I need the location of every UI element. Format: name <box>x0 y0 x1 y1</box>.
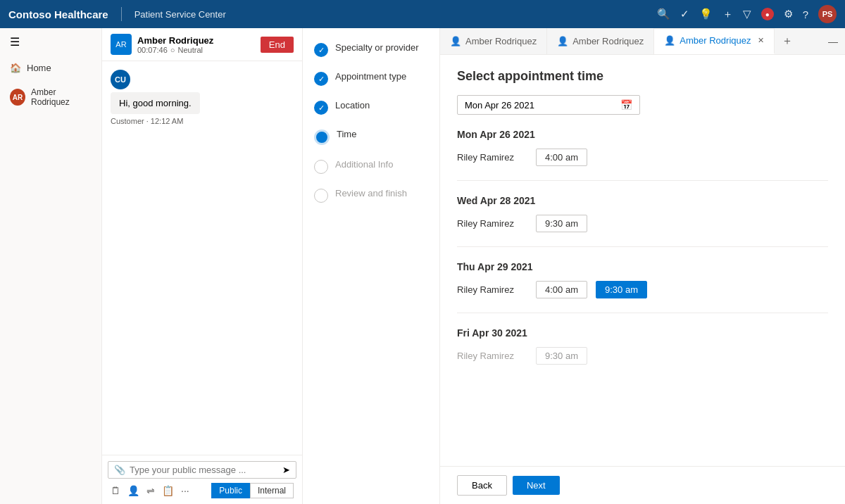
provider-row-fri: Riley Ramirez 9:30 am <box>457 347 828 365</box>
tab-amber-3[interactable]: 👤 Amber Rodriquez ✕ <box>654 28 775 54</box>
chat-panel: AR Amber Rodriquez 00:07:46 ○ Neutral En… <box>102 28 303 504</box>
calendar-icon[interactable]: 📅 <box>620 99 632 111</box>
step-circle-additional-info <box>314 160 328 174</box>
tab-icon-1: 👤 <box>450 36 461 46</box>
provider-name-thu: Riley Ramirez <box>457 284 527 295</box>
step-time: Time <box>314 129 428 145</box>
step-circle-appointment-type: ✓ <box>314 72 328 86</box>
chat-toolbar: 🗒 👤 ⇌ 📋 ··· Public Internal <box>108 479 296 498</box>
hamburger-menu[interactable]: ☰ <box>0 28 101 56</box>
send-icon[interactable]: ➤ <box>282 465 290 475</box>
provider-name-mon: Riley Ramirez <box>457 152 527 163</box>
appointment-title: Select appointment time <box>457 69 828 84</box>
timer-text: 00:07:46 <box>137 46 168 54</box>
status-text: Neutral <box>177 46 202 54</box>
toolbar-btn-1[interactable]: 🗒 <box>111 485 120 496</box>
toggle-internal[interactable]: Internal <box>250 483 294 498</box>
chat-input[interactable] <box>130 465 278 475</box>
tab-amber-2[interactable]: 👤 Amber Rodriquez <box>547 28 654 54</box>
main-layout: ☰ 🏠 Home AR Amber Rodriquez AR Amber Rod… <box>0 28 845 504</box>
time-btn-wed-930am[interactable]: 9:30 am <box>536 215 587 232</box>
home-icon: 🏠 <box>10 63 21 73</box>
appointment-footer: Back Next <box>440 466 845 504</box>
time-btn-thu-930am[interactable]: 9:30 am <box>596 281 647 298</box>
chat-message: CU Hi, good morning. Customer · 12:12 AM <box>111 70 294 125</box>
message-toggle: Public Internal <box>211 483 294 498</box>
date-section-fri: Fri Apr 30 2021 Riley Ramirez 9:30 am <box>457 327 828 365</box>
provider-name-fri: Riley Ramirez <box>457 351 527 361</box>
plus-icon[interactable]: ＋ <box>722 8 733 21</box>
topbar-subtitle: Patient Service Center <box>134 9 226 20</box>
toolbar-btn-4[interactable]: 📋 <box>162 485 174 496</box>
tab-icon-2: 👤 <box>557 36 568 46</box>
tab-minimize-button[interactable]: — <box>821 36 845 47</box>
date-section-mon: Mon Apr 26 2021 Riley Ramirez 4:00 am <box>457 129 828 181</box>
message-bubble: Hi, good morning. <box>111 92 200 114</box>
provider-row-mon: Riley Ramirez 4:00 am <box>457 149 828 166</box>
step-circle-specialty: ✓ <box>314 43 328 57</box>
check-circle-icon[interactable]: ✓ <box>680 8 689 20</box>
step-circle-time <box>314 130 330 145</box>
attachment-icon[interactable]: 📎 <box>114 465 125 475</box>
sidebar-item-home[interactable]: 🏠 Home <box>0 56 101 80</box>
status-icon: ○ <box>170 46 175 54</box>
lightbulb-icon[interactable]: 💡 <box>699 8 713 20</box>
tab-label-3: Amber Rodriquez <box>680 35 751 46</box>
date-input-field[interactable] <box>465 100 615 111</box>
step-label-additional-info: Additional Info <box>335 159 393 171</box>
provider-row-wed: Riley Ramirez 9:30 am <box>457 215 828 232</box>
user-avatar-topbar[interactable]: PS <box>818 5 837 23</box>
date-label-fri: Fri Apr 30 2021 <box>457 327 828 339</box>
appointment-scroll: Select appointment time 📅 Mon Apr 26 202… <box>440 55 845 466</box>
topbar-divider <box>121 7 122 21</box>
help-icon[interactable]: ? <box>803 8 808 20</box>
toolbar-btn-2[interactable]: 👤 <box>127 485 139 496</box>
tab-icon-3: 👤 <box>664 35 675 46</box>
sidebar-user-name: Amber Rodriquez <box>31 87 92 107</box>
time-btn-thu-400am[interactable]: 4:00 am <box>536 281 587 298</box>
date-input[interactable]: 📅 <box>457 95 640 115</box>
step-circle-location: ✓ <box>314 101 328 115</box>
date-label-mon: Mon Apr 26 2021 <box>457 129 828 140</box>
toggle-public[interactable]: Public <box>211 483 250 498</box>
message-text: Hi, good morning. <box>119 98 192 108</box>
agent-info: Amber Rodriquez 00:07:46 ○ Neutral <box>137 35 255 54</box>
sidebar-item-user[interactable]: AR Amber Rodriquez <box>0 80 101 114</box>
step-specialty: ✓ Specialty or provider <box>314 42 428 57</box>
step-label-review: Review and finish <box>335 188 407 200</box>
provider-row-thu: Riley Ramirez 4:00 am 9:30 am <box>457 281 828 298</box>
topbar-icons: 🔍 ✓ 💡 ＋ ▽ ● ⚙ ? PS <box>657 5 837 23</box>
search-icon[interactable]: 🔍 <box>657 8 670 20</box>
step-label-appointment-type: Appointment type <box>335 71 406 83</box>
end-button[interactable]: End <box>261 37 294 53</box>
filter-icon[interactable]: ▽ <box>743 8 751 20</box>
sidebar-home-label: Home <box>27 63 51 73</box>
toolbar-btn-more[interactable]: ··· <box>181 485 189 496</box>
next-button[interactable]: Next <box>513 476 560 495</box>
settings-icon[interactable]: ⚙ <box>784 8 793 20</box>
tab-close-3[interactable]: ✕ <box>758 36 764 45</box>
chat-header: AR Amber Rodriquez 00:07:46 ○ Neutral En… <box>102 28 302 61</box>
step-label-time: Time <box>337 129 356 141</box>
back-button[interactable]: Back <box>457 475 507 496</box>
date-picker-row: 📅 <box>457 95 828 115</box>
steps-panel: ✓ Specialty or provider ✓ Appointment ty… <box>303 28 440 504</box>
topbar: Contoso Healthcare Patient Service Cente… <box>0 0 845 28</box>
agent-name: Amber Rodriquez <box>137 35 255 46</box>
toolbar-btn-3[interactable]: ⇌ <box>146 485 155 496</box>
topbar-logo: Contoso Healthcare <box>8 8 108 20</box>
chat-input-row[interactable]: 📎 ➤ <box>108 461 296 479</box>
chat-input-area: 📎 ➤ 🗒 👤 ⇌ 📋 ··· Public Internal <box>102 455 302 504</box>
date-label-wed: Wed Apr 28 2021 <box>457 195 828 206</box>
notification-icon[interactable]: ● <box>761 8 774 20</box>
step-location: ✓ Location <box>314 100 428 115</box>
step-label-specialty: Specialty or provider <box>335 42 419 54</box>
step-additional-info: Additional Info <box>314 159 428 174</box>
time-btn-fri-930am[interactable]: 9:30 am <box>536 347 587 365</box>
time-btn-mon-400am[interactable]: 4:00 am <box>536 149 587 166</box>
tab-amber-1[interactable]: 👤 Amber Rodriquez <box>440 28 547 54</box>
tab-add-button[interactable]: ＋ <box>775 34 800 49</box>
step-circle-review <box>314 189 328 203</box>
date-section-thu: Thu Apr 29 2021 Riley Ramirez 4:00 am 9:… <box>457 261 828 313</box>
sidebar-user-avatar: AR <box>10 89 25 106</box>
